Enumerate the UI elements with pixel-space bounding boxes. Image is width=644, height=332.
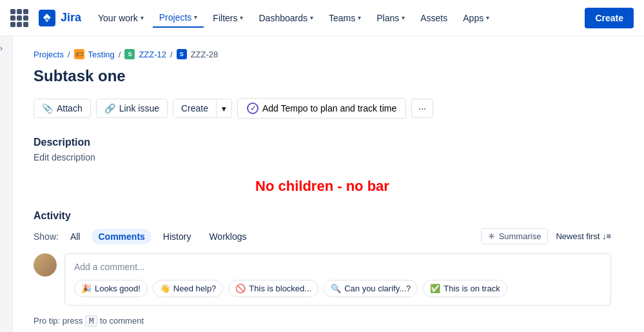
activity-filters-row: Show: All Comments History Worklogs ✳ Su… [34,228,611,244]
chip-clarify[interactable]: 🔍 Can you clarify...? [324,280,418,297]
grid-icon [10,9,28,27]
nav-projects[interactable]: Projects ▾ [153,8,204,28]
sparkle-icon: ✳ [488,231,495,241]
check-icon: ✅ [430,284,440,293]
user-avatar [34,253,57,277]
sidebar-toggle-button[interactable]: › [0,36,13,332]
chip-on-track[interactable]: ✅ This is on track [423,280,507,297]
chip-blocked[interactable]: 🚫 This is blocked... [228,280,318,297]
party-icon: 🎉 [81,284,92,293]
attach-icon: 📎 [42,103,53,113]
chevron-down-icon: ▾ [194,14,197,21]
jira-icon [39,10,55,26]
pro-tip: Pro tip: press M to comment [34,316,611,326]
jira-logo[interactable]: Jira [39,10,81,26]
comment-chips: 🎉 Looks good! 👋 Need help? 🚫 This is blo… [74,280,601,297]
comment-input-box[interactable]: Add a comment... 🎉 Looks good! 👋 Need he… [64,253,611,306]
link-icon: 🔗 [104,103,115,113]
chevron-down-icon: ▾ [222,104,226,113]
breadcrumb: Projects / 🏷 Testing / S ZZZ-12 / S ZZZ-… [34,49,611,59]
filter-comments-button[interactable]: Comments [92,229,151,244]
summarise-button[interactable]: ✳ Summarise [481,228,549,244]
chevron-down-icon: ▾ [240,14,243,21]
no-children-message: No children - no bar [34,178,611,195]
breadcrumb-testing-link[interactable]: Testing [88,50,115,59]
create-button[interactable]: Create [585,8,634,28]
navbar: Jira Your work ▾ Projects ▾ Filters ▾ Da… [0,0,644,36]
filter-worklogs-button[interactable]: Worklogs [202,229,253,244]
chevron-down-icon: ▾ [358,14,361,21]
create-dropdown-button[interactable]: ▾ [217,99,231,117]
show-label: Show: [34,231,59,242]
create-main-button[interactable]: Create [173,99,216,117]
chip-need-help[interactable]: 👋 Need help? [153,280,224,297]
keyboard-shortcut-m: M [85,315,97,327]
tempo-button[interactable]: ✓ Add Tempo to plan and track time [237,98,406,119]
toolbar: 📎 Attach 🔗 Link issue Create ▾ ✓ Add Tem… [34,98,611,119]
activity-title: Activity [34,210,611,222]
magnify-icon: 🔍 [331,284,341,293]
tempo-checkmark-icon: ✓ [247,103,259,114]
description-title: Description [34,137,611,148]
chip-looks-good[interactable]: 🎉 Looks good! [74,280,148,297]
breadcrumb-zzz28: ZZZ-28 [191,50,219,59]
breadcrumb-zzz12-link[interactable]: ZZZ-12 [139,50,166,59]
nav-teams[interactable]: Teams ▾ [322,9,367,27]
breadcrumb-projects-link[interactable]: Projects [34,50,64,59]
chevron-down-icon: ▾ [310,14,313,21]
breadcrumb-zzz28-icon: S [177,49,187,59]
nav-dashboards[interactable]: Dashboards ▾ [252,9,320,27]
nav-filters[interactable]: Filters ▾ [206,9,249,27]
chevron-down-icon: ▾ [141,14,144,21]
more-icon: ··· [418,103,426,113]
comment-area: Add a comment... 🎉 Looks good! 👋 Need he… [34,253,611,306]
sort-button[interactable]: Newest first ↓≡ [556,231,611,241]
chevron-down-icon: ▾ [402,14,405,21]
link-issue-button[interactable]: 🔗 Link issue [96,99,168,118]
create-split-button: Create ▾ [173,99,232,118]
nav-your-work[interactable]: Your work ▾ [92,9,150,27]
activity-section: Activity Show: All Comments History Work… [34,210,611,326]
filter-history-button[interactable]: History [157,229,198,244]
blocked-icon: 🚫 [235,284,246,293]
chevron-down-icon: ▾ [486,14,489,21]
edit-description-placeholder[interactable]: Edit description [34,152,611,162]
nav-assets[interactable]: Assets [414,9,454,27]
chevron-right-icon: › [0,44,3,53]
nav-plans[interactable]: Plans ▾ [370,9,411,27]
app-grid[interactable] [10,9,28,27]
attach-button[interactable]: 📎 Attach [34,99,91,118]
more-actions-button[interactable]: ··· [411,99,433,118]
comment-placeholder: Add a comment... [74,262,601,272]
breadcrumb-testing-icon: 🏷 [74,49,84,59]
page-title: Subtask one [34,67,611,85]
breadcrumb-zzz12-icon: S [124,49,135,59]
jira-wordmark: Jira [61,11,81,24]
main-content: Projects / 🏷 Testing / S ZZZ-12 / S ZZZ-… [13,36,632,332]
wave-icon: 👋 [160,284,170,293]
filter-all-button[interactable]: All [64,229,87,244]
description-section: Description Edit description [34,137,611,162]
nav-apps[interactable]: Apps ▾ [456,9,496,27]
